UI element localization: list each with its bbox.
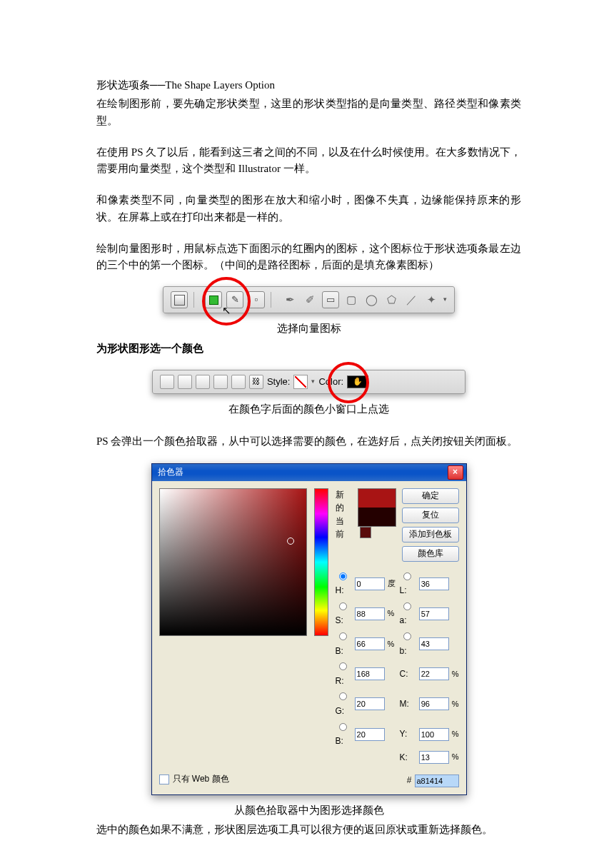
a-label: a: [400, 615, 407, 625]
rgb-b-label: B: [336, 736, 343, 746]
new-color-label: 新的 [336, 488, 349, 515]
polygon-shape-icon[interactable]: ⬠ [383, 292, 399, 308]
dialog-titlebar[interactable]: 拾色器 × [152, 464, 466, 481]
y-unit: % [452, 728, 459, 740]
warning-swatch-icon[interactable] [360, 527, 371, 538]
h-unit: 度 [388, 577, 396, 590]
lab-b-radio[interactable] [403, 632, 411, 640]
lab-b-label: b: [400, 646, 407, 656]
paragraph: 在使用 PS 久了以后，能看到这三者之间的不同，以及在什么时候使用。在大多数情况… [96, 144, 521, 178]
h-field[interactable] [355, 577, 385, 590]
b-label: B: [336, 646, 343, 656]
color-label: Color: [318, 375, 343, 389]
c-unit: % [452, 668, 459, 680]
mode-icon[interactable] [160, 375, 174, 389]
a-field[interactable] [419, 607, 449, 620]
k-unit: % [452, 751, 459, 763]
rounded-rect-icon[interactable]: ▢ [343, 292, 359, 308]
custom-shape-icon[interactable]: ✦ [423, 292, 439, 308]
b-radio[interactable] [339, 632, 347, 640]
m-field[interactable] [419, 697, 449, 710]
paths-icon[interactable]: ✎ [226, 291, 243, 308]
mode-icon[interactable] [196, 375, 210, 389]
pen-tool-icon[interactable]: ✒ [282, 292, 298, 308]
caption: 从颜色拾取器中为图形选择颜色 [96, 802, 521, 819]
paragraph: 绘制向量图形时，用鼠标点选下面图示的红圈内的图标，这个图标位于形状选项条最左边的… [96, 241, 521, 274]
title-line: 形状选项条──The Shape Layers Option [96, 77, 521, 94]
k-label: K: [400, 751, 415, 764]
s-unit: % [388, 607, 396, 620]
m-unit: % [452, 698, 459, 710]
paragraph: 和像素类型不同，向量类型的图形在放大和缩小时，图像不失真，边缘能保持原来的形状。… [96, 192, 521, 226]
link-icon[interactable]: ⛓ [249, 375, 263, 389]
shape-style-toolbar: ⛓ Style: ▾ Color: ✋ [152, 370, 465, 394]
mode-icon[interactable] [213, 375, 228, 389]
h-label: H: [336, 585, 344, 595]
rectangle-shape-icon[interactable]: ▭ [322, 291, 339, 308]
lab-b-field[interactable] [419, 637, 449, 650]
l-radio[interactable] [403, 572, 411, 580]
l-field[interactable] [419, 577, 449, 590]
tool-preset-icon[interactable] [171, 291, 188, 308]
rgb-b-field[interactable] [355, 728, 385, 741]
g-field[interactable] [355, 697, 385, 710]
g-radio[interactable] [339, 692, 347, 700]
color-cursor-icon [287, 538, 294, 545]
web-only-checkbox[interactable] [159, 774, 169, 784]
style-label: Style: [267, 375, 291, 389]
shape-options-toolbar: ✎ ▫ ✒ ✐ ▭ ▢ ◯ ⬠ ／ ✦ ▾ ↖ [163, 286, 455, 313]
y-label: Y: [400, 727, 415, 741]
r-field[interactable] [355, 667, 385, 680]
current-color-preview [358, 508, 396, 526]
paragraph: PS 会弹出一个颜色拾取器，从中可以选择需要的颜色，在选好后，点关闭按钮关闭面板… [96, 433, 521, 450]
m-label: M: [400, 697, 415, 711]
caption: 在颜色字后面的颜色小窗口上点选 [96, 401, 521, 418]
mode-icon[interactable] [231, 375, 246, 389]
dialog-title: 拾色器 [158, 465, 183, 479]
k-field[interactable] [419, 751, 449, 764]
hue-slider[interactable] [314, 488, 328, 636]
fill-pixels-icon[interactable]: ▫ [248, 291, 265, 308]
add-swatch-button[interactable]: 添加到色板 [402, 527, 459, 542]
s-label: S: [336, 615, 343, 625]
mode-icon[interactable] [178, 375, 192, 389]
web-only-label: 只有 Web 颜色 [173, 772, 229, 786]
subheading: 为形状图形选一个颜色 [96, 340, 521, 357]
new-color-preview [358, 489, 396, 508]
caption: 选择向量图标 [96, 321, 521, 337]
dropdown-icon[interactable]: ▾ [311, 377, 315, 387]
c-label: C: [400, 667, 415, 681]
r-radio[interactable] [339, 662, 347, 670]
hex-label: # [407, 774, 412, 787]
line-shape-icon[interactable]: ／ [403, 292, 419, 308]
ellipse-shape-icon[interactable]: ◯ [363, 292, 379, 308]
color-library-button[interactable]: 颜色库 [402, 546, 459, 562]
s-field[interactable] [355, 607, 385, 620]
current-color-label: 当前 [336, 515, 349, 541]
shape-layers-icon[interactable] [205, 291, 222, 308]
y-field[interactable] [419, 728, 449, 741]
b-hsb-field[interactable] [355, 637, 385, 650]
hex-field[interactable] [415, 774, 459, 787]
paragraph: 在绘制图形前，要先确定形状类型，这里的形状类型指的是向量类型、路径类型和像素类型… [96, 96, 521, 129]
g-label: G: [336, 706, 345, 716]
cancel-button[interactable]: 复位 [402, 508, 459, 523]
b-unit: % [388, 638, 396, 650]
close-icon[interactable]: × [448, 465, 463, 480]
c-field[interactable] [419, 667, 449, 680]
color-picker-dialog: 拾色器 × 新的 当前 [151, 463, 467, 795]
color-field[interactable] [159, 488, 307, 636]
dropdown-icon[interactable]: ▾ [443, 295, 447, 305]
style-swatch[interactable] [293, 375, 308, 389]
r-label: R: [336, 676, 344, 686]
l-label: L: [400, 585, 407, 595]
color-swatch[interactable]: ✋ [347, 375, 368, 388]
a-radio[interactable] [403, 602, 411, 610]
s-radio[interactable] [339, 602, 347, 610]
freeform-pen-icon[interactable]: ✐ [302, 292, 318, 308]
rgb-b-radio[interactable] [339, 723, 347, 731]
h-radio[interactable] [339, 572, 347, 580]
ok-button[interactable]: 确定 [402, 488, 459, 504]
paragraph: 选中的颜色如果不满意，形状图层选项工具可以很方便的返回原状或重新选择颜色。 [96, 822, 521, 838]
